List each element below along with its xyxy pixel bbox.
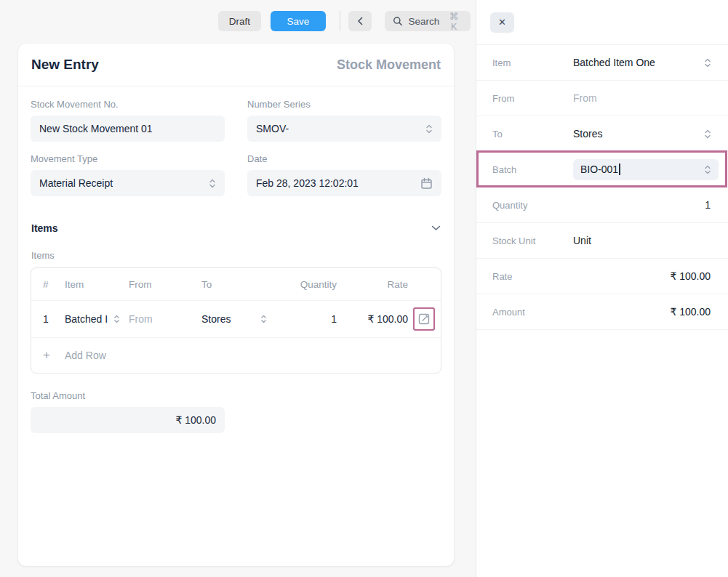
date-value: Feb 28, 2023 12:02:01 — [256, 177, 359, 189]
chevron-left-icon — [357, 17, 364, 25]
item-detail-panel: ✕ Item Batched Item One From From To Sto… — [476, 0, 728, 577]
row-quantity[interactable]: 1 — [281, 313, 337, 325]
stock-unit-value: Unit — [573, 235, 728, 246]
field-number-series: Number Series SMOV- — [247, 99, 441, 142]
row-item-select[interactable]: Batched I — [65, 313, 129, 325]
to-select[interactable]: Stores — [573, 128, 728, 140]
add-row-button[interactable]: + Add Row — [31, 338, 441, 373]
stock-unit-text: Unit — [573, 235, 591, 246]
row-label: Amount — [492, 307, 573, 318]
stock-movement-no-input[interactable]: New Stock Movement 01 — [31, 116, 225, 142]
rate-input[interactable]: ₹ 100.00 — [573, 270, 728, 282]
doctype-label: Stock Movement — [337, 57, 441, 73]
panel-row-rate: Rate ₹ 100.00 — [476, 259, 728, 294]
column-rate: Rate — [337, 279, 408, 290]
amount-value: ₹ 100.00 — [670, 306, 711, 318]
updown-chevron-icon — [704, 129, 711, 140]
search-icon — [393, 16, 403, 26]
row-from-input[interactable]: From — [129, 313, 201, 325]
updown-chevron-icon — [704, 164, 711, 175]
panel-row-quantity: Quantity 1 — [476, 187, 728, 223]
chevron-down-icon — [431, 225, 441, 231]
main-pane: Draft Save Search ⌘ K New Entry Stock Mo… — [0, 0, 476, 577]
panel-row-batch: Batch BIO-001 — [476, 152, 728, 187]
search-label: Search — [409, 16, 440, 27]
batch-input[interactable]: BIO-001 — [573, 159, 719, 180]
text-caret — [619, 164, 620, 175]
panel-header: ✕ — [476, 0, 728, 45]
panel-row-stock-unit: Stock Unit Unit — [476, 223, 728, 259]
field-label: Stock Movement No. — [31, 99, 225, 110]
item-select[interactable]: Batched Item One — [573, 57, 728, 68]
row-to-value: Stores — [201, 313, 231, 325]
row-to-select[interactable]: Stores — [201, 313, 281, 325]
column-index: # — [43, 279, 65, 290]
amount-value-box: ₹ 100.00 — [573, 306, 728, 318]
close-icon: ✕ — [498, 17, 506, 28]
items-table-header: # Item From To Quantity Rate — [31, 268, 441, 301]
panel-row-amount: Amount ₹ 100.00 — [476, 294, 728, 330]
items-table: # Item From To Quantity Rate 1 Batched I… — [31, 267, 441, 374]
movement-type-select[interactable]: Material Receipt — [31, 170, 225, 196]
number-series-select[interactable]: SMOV- — [247, 116, 441, 142]
column-quantity: Quantity — [281, 279, 337, 290]
number-series-value: SMOV- — [256, 123, 289, 134]
panel-row-item: Item Batched Item One — [476, 45, 728, 81]
movement-type-value: Material Receipt — [39, 177, 113, 189]
toolbar-divider — [340, 11, 340, 31]
field-label: Number Series — [247, 99, 441, 110]
column-from: From — [129, 279, 201, 290]
row-label: Stock Unit — [492, 235, 573, 246]
date-input[interactable]: Feb 28, 2023 12:02:01 — [247, 170, 441, 196]
updown-chevron-icon — [425, 124, 433, 134]
entry-form-card: New Entry Stock Movement Stock Movement … — [18, 44, 454, 566]
column-to: To — [201, 279, 281, 290]
stock-movement-no-value: New Stock Movement 01 — [39, 123, 153, 134]
field-label: Date — [247, 153, 441, 164]
close-button[interactable]: ✕ — [490, 12, 514, 33]
total-amount-field: Total Amount ₹ 100.00 — [31, 390, 225, 433]
highlight-annotation — [413, 307, 435, 331]
row-label: From — [492, 93, 573, 104]
item-value: Batched Item One — [573, 57, 655, 68]
plus-icon: + — [43, 348, 65, 363]
row-label: Rate — [492, 271, 573, 282]
total-amount-value-box: ₹ 100.00 — [31, 407, 225, 433]
row-label: Batch — [492, 164, 573, 175]
items-table-label: Items — [18, 250, 454, 261]
search-shortcut: ⌘ K — [445, 11, 463, 32]
edit-row-icon[interactable] — [417, 312, 431, 326]
save-button[interactable]: Save — [271, 11, 326, 31]
updown-chevron-icon — [209, 178, 216, 189]
quantity-value: 1 — [705, 199, 711, 211]
row-label: Item — [492, 57, 573, 68]
batch-value: BIO-001 — [580, 164, 618, 175]
page-title: New Entry — [31, 57, 99, 73]
updown-chevron-icon — [704, 57, 711, 68]
from-select[interactable]: From — [573, 92, 728, 104]
card-header: New Entry Stock Movement — [18, 44, 454, 86]
field-label: Movement Type — [31, 153, 225, 164]
add-row-label: Add Row — [65, 350, 106, 361]
calendar-icon — [420, 177, 433, 190]
field-movement-type: Movement Type Material Receipt — [31, 153, 225, 196]
total-amount-value: ₹ 100.00 — [175, 414, 216, 426]
search-button[interactable]: Search ⌘ K — [385, 11, 471, 31]
row-from-placeholder: From — [129, 313, 153, 325]
updown-chevron-icon — [260, 314, 267, 324]
panel-row-from: From From — [476, 81, 728, 116]
items-section-title: Items — [31, 222, 58, 234]
quantity-input[interactable]: 1 — [573, 199, 728, 211]
back-button[interactable] — [348, 11, 372, 31]
panel-row-to: To Stores — [476, 116, 728, 152]
updown-chevron-icon — [113, 314, 120, 324]
row-rate[interactable]: ₹ 100.00 — [337, 313, 408, 325]
rate-value: ₹ 100.00 — [670, 270, 711, 282]
from-placeholder: From — [573, 92, 597, 104]
draft-button[interactable]: Draft — [218, 11, 261, 31]
field-date: Date Feb 28, 2023 12:02:01 — [247, 153, 441, 196]
field-stock-movement-no: Stock Movement No. New Stock Movement 01 — [31, 99, 225, 142]
to-value: Stores — [573, 128, 602, 140]
toolbar: Draft Save Search ⌘ K — [218, 11, 471, 31]
items-section-header[interactable]: Items — [18, 222, 454, 234]
